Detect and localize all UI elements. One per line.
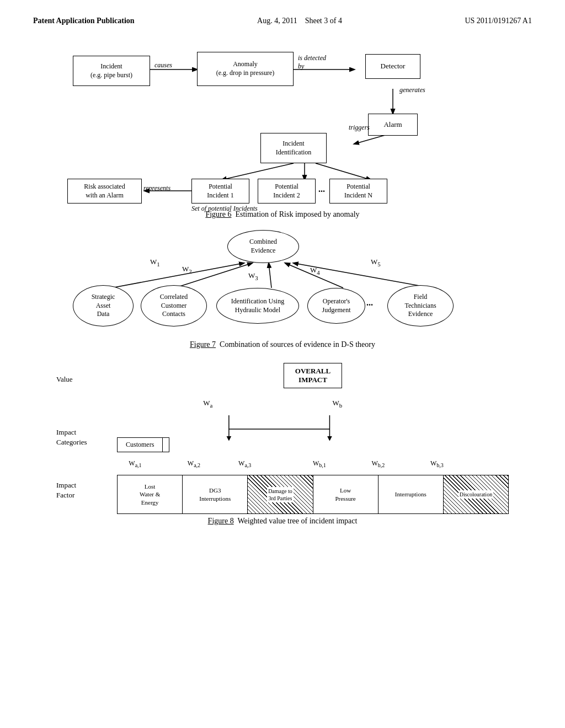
- detector-box: Detector: [365, 54, 420, 79]
- figure8-caption: Figure 8 Weighted value tree of incident…: [56, 517, 509, 526]
- header-center: Aug. 4, 2011 Sheet 3 of 4: [257, 17, 342, 25]
- figure7-diagram: CombinedEvidence W1 W2 W3 W4 W5 Strategi…: [56, 227, 509, 338]
- svg-line-10: [269, 263, 271, 288]
- impact-factor-label: ImpactFactor: [56, 475, 117, 514]
- causes-label: causes: [154, 61, 172, 69]
- interruptions-cell: Interruptions: [379, 475, 444, 514]
- anomaly-box: Anomaly(e.g. drop in pressure): [197, 52, 294, 86]
- hydraulic-model-node: Identification UsingHydraulic Model: [216, 288, 299, 324]
- page-header: Patent Application Publication Aug. 4, 2…: [33, 17, 532, 25]
- wa-label: Wa: [203, 399, 212, 409]
- incident-id-box: IncidentIdentification: [260, 133, 327, 163]
- incident-box: Incident(e.g. pipe burst): [73, 56, 150, 86]
- w2-label: W2: [182, 265, 192, 275]
- correlated-customer-node: CorrelatedCustomerContacts: [141, 285, 207, 326]
- svg-line-6: [316, 163, 371, 180]
- dots2-label: ...: [366, 298, 373, 308]
- w1-label: W1: [150, 258, 160, 267]
- wa2-label: Wa,2: [188, 459, 200, 468]
- w3-label: W3: [248, 271, 258, 281]
- low-pressure-cell: LowPressure: [313, 475, 379, 514]
- overall-impact-box: OVERALLIMPACT: [284, 363, 342, 388]
- dots-label: ...: [318, 184, 325, 194]
- publication-label: Patent Application Publication: [33, 17, 135, 25]
- figure8-container: Value OVERALLIMPACT Wa: [56, 360, 509, 526]
- figure8-diagram: Value OVERALLIMPACT Wa: [56, 360, 509, 514]
- alarm-box: Alarm: [368, 114, 418, 136]
- lost-water-cell: LostWater &Energy: [118, 475, 183, 514]
- figure6-diagram: Incident(e.g. pipe burst) causes Anomaly…: [56, 42, 509, 207]
- damage-cell: Damage to3rd Parties: [248, 475, 313, 514]
- strategic-asset-node: StrategicAssetData: [73, 285, 134, 326]
- represents-label: represents: [143, 184, 170, 192]
- figure6-container: Incident(e.g. pipe burst) causes Anomaly…: [56, 42, 509, 219]
- w5-label: W5: [371, 258, 381, 267]
- page: Patent Application Publication Aug. 4, 2…: [0, 0, 565, 728]
- potential2-box: PotentialIncident 2: [258, 179, 316, 204]
- field-technicians-node: FieldTechniciansEvidence: [387, 285, 454, 326]
- svg-line-8: [111, 263, 244, 288]
- operators-judgement-node: Operator'sJudgement: [307, 288, 365, 324]
- wb-label: Wb: [333, 399, 343, 409]
- patent-number: US 2011/0191267 A1: [465, 17, 532, 25]
- impact-categories-label: ImpactCategories: [56, 427, 117, 447]
- wb2-label: Wb,2: [372, 459, 385, 468]
- potential1-box: PotentialIncident 1: [191, 179, 249, 204]
- detected-label: is detectedby: [298, 54, 326, 71]
- wb1-label: Wb,1: [313, 459, 326, 468]
- figure6-caption: Figure 6 Estimation of Risk imposed by a…: [56, 210, 509, 219]
- triggers-label: triggers: [349, 124, 370, 132]
- dg3-cell: DG3Interruptions: [183, 475, 248, 514]
- value-row-label: Value: [56, 375, 117, 384]
- sheet-info: Sheet 3 of 4: [305, 17, 342, 25]
- wa3-label: Wa,3: [238, 459, 251, 468]
- wa1-label: Wa,1: [129, 459, 141, 468]
- wb3-label: Wb,3: [430, 459, 444, 468]
- combined-evidence-node: CombinedEvidence: [227, 230, 299, 263]
- set-label: Set of potential Incidents: [191, 205, 258, 213]
- generates-label: generates: [399, 86, 425, 94]
- figure7-container: CombinedEvidence W1 W2 W3 W4 W5 Strategi…: [56, 227, 509, 349]
- w4-label: W4: [310, 266, 320, 276]
- potentialN-box: PotentialIncident N: [329, 179, 387, 204]
- svg-line-4: [222, 163, 294, 180]
- figure7-caption: Figure 7 Combination of sources of evide…: [56, 340, 509, 349]
- customers-box: Customers: [117, 437, 163, 452]
- risk-box: Risk associatedwith an Alarm: [67, 179, 142, 204]
- publication-date: Aug. 4, 2011: [257, 17, 297, 25]
- discolouration-cell: Discolouration: [444, 475, 509, 514]
